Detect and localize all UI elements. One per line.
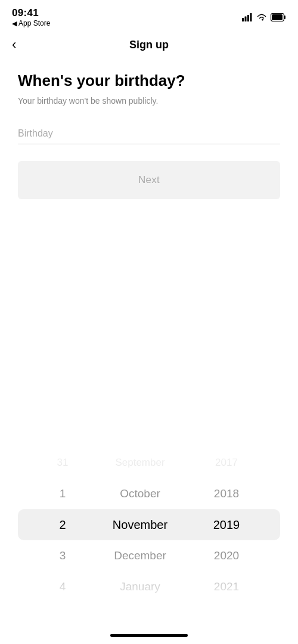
- picker-item[interactable]: August: [86, 441, 194, 447]
- svg-rect-2: [247, 15, 249, 21]
- home-indicator: [110, 634, 188, 637]
- picker-column-year[interactable]: 2016201720182019202020212022: [194, 441, 259, 608]
- svg-rect-1: [245, 17, 247, 22]
- picker-item[interactable]: February: [86, 602, 194, 608]
- status-bar: 09:41 ◀ App Store: [0, 0, 298, 30]
- picker-item[interactable]: 5: [39, 602, 86, 608]
- picker-item[interactable]: 4: [39, 571, 86, 602]
- wifi-icon: [256, 13, 267, 21]
- page-heading: When's your birthday?: [18, 72, 280, 90]
- picker-item[interactable]: January: [86, 571, 194, 602]
- picker-item[interactable]: September: [86, 447, 194, 478]
- picker-item[interactable]: 1: [39, 478, 86, 509]
- back-appstore-icon: ◀: [12, 20, 17, 27]
- main-content: When's your birthday? Your birthday won'…: [0, 60, 298, 199]
- status-time: 09:41: [12, 7, 50, 19]
- picker-item[interactable]: 2019: [194, 509, 259, 540]
- status-appstore: ◀ App Store: [12, 19, 50, 27]
- picker-item[interactable]: December: [86, 540, 194, 571]
- nav-bar: ‹ Sign up: [0, 30, 298, 60]
- battery-icon: [271, 13, 286, 21]
- picker-item[interactable]: November: [86, 509, 194, 540]
- picker-item[interactable]: 3: [39, 540, 86, 571]
- picker-item[interactable]: 2021: [194, 571, 259, 602]
- appstore-label: App Store: [18, 19, 50, 27]
- back-button[interactable]: ‹: [12, 38, 16, 51]
- picker-item[interactable]: 30: [39, 441, 86, 447]
- picker-item[interactable]: 2017: [194, 447, 259, 478]
- signal-icon: [242, 13, 253, 21]
- nav-title: Sign up: [129, 39, 169, 51]
- svg-rect-5: [284, 16, 286, 19]
- birthday-field-wrap: [18, 123, 280, 144]
- picker-item[interactable]: 2020: [194, 540, 259, 571]
- svg-rect-6: [272, 14, 283, 20]
- svg-rect-3: [250, 13, 252, 21]
- picker-item[interactable]: 2016: [194, 441, 259, 447]
- picker-column-day[interactable]: 303112345: [39, 441, 86, 608]
- status-icons: [242, 13, 286, 21]
- status-left: 09:41 ◀ App Store: [12, 7, 50, 27]
- picker-item[interactable]: 2022: [194, 602, 259, 608]
- page-subtext: Your birthday won't be shown publicly.: [18, 96, 280, 106]
- picker-item[interactable]: October: [86, 478, 194, 509]
- picker-columns: 303112345 AugustSeptemberOctoberNovember…: [0, 441, 298, 608]
- picker-item[interactable]: 2: [39, 509, 86, 540]
- svg-rect-0: [242, 18, 244, 21]
- birthday-input[interactable]: [18, 123, 280, 144]
- picker-column-month[interactable]: AugustSeptemberOctoberNovemberDecemberJa…: [86, 441, 194, 608]
- next-button[interactable]: Next: [18, 161, 280, 199]
- picker-area[interactable]: 303112345 AugustSeptemberOctoberNovember…: [0, 441, 298, 608]
- picker-item[interactable]: 2018: [194, 478, 259, 509]
- picker-item[interactable]: 31: [39, 447, 86, 478]
